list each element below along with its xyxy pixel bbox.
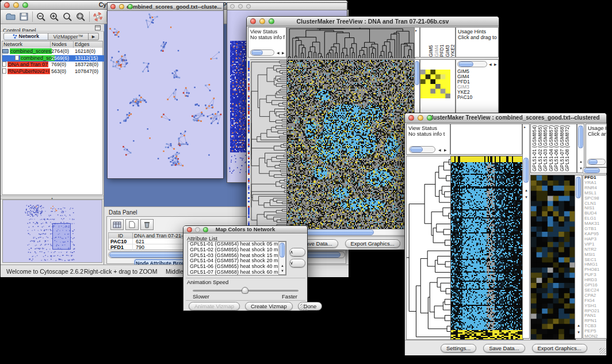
scroll-left-arrow[interactable]: ◀ (438, 148, 441, 152)
genelist-hscrollbar[interactable] (457, 61, 487, 67)
minimize-button[interactable] (195, 227, 200, 232)
close-button[interactable] (110, 4, 116, 9)
new-attribute-button[interactable] (125, 219, 139, 230)
zoom-button[interactable] (246, 4, 251, 9)
scroll-right-arrow[interactable]: ▶ (282, 51, 285, 55)
heatmap-canvas[interactable] (286, 59, 415, 229)
scroll-strip[interactable]: ▸ (414, 27, 420, 58)
zoom-heatmap-canvas[interactable] (420, 70, 450, 98)
minimize-button[interactable] (418, 115, 423, 121)
scroll-left-arrow[interactable]: ◀ (489, 63, 492, 67)
dialog-title-bar[interactable]: Map Colors to Network (183, 226, 307, 233)
minimize-button[interactable] (13, 2, 19, 8)
select-attributes-button[interactable] (110, 219, 124, 230)
treeview2-button-bar: Settings...Save Data...Export Graphics..… (405, 340, 606, 355)
close-button[interactable] (230, 4, 235, 9)
slider-thumb[interactable] (242, 287, 248, 294)
global-heatmap-canvas[interactable] (450, 156, 523, 340)
dialog-button[interactable]: Create Vizmap (245, 302, 293, 311)
column-dendrogram-canvas[interactable] (286, 27, 415, 59)
tab-vizmapper[interactable]: VizMapper™ (48, 33, 89, 40)
control-panel: Network VizMapper™ ▶ Network Nodes Edges… (1, 32, 104, 265)
treeview1-title-bar[interactable]: ClusterMaker TreeView : DNA and Tran 07-… (247, 17, 499, 26)
treeview-button[interactable]: Export Graphics... (532, 344, 587, 352)
zoom-fit-button[interactable] (61, 11, 74, 23)
resize-grip[interactable] (599, 348, 606, 354)
scroll-down-arrow[interactable]: ▼ (281, 269, 284, 273)
move-up-button[interactable]: ∧ (289, 248, 305, 256)
birdseye-viewport-rect[interactable] (52, 223, 71, 250)
save-session-button[interactable] (17, 11, 30, 23)
network-row[interactable]: RNAPuberNov2+I 563(0) 107847(0) (2, 68, 105, 75)
status-hscrollbar[interactable] (250, 49, 274, 56)
treeview-button[interactable]: Settings... (441, 344, 476, 352)
row-dendrogram-canvas[interactable] (406, 156, 452, 340)
column-header-nodes[interactable]: Nodes (51, 41, 74, 48)
status-hscrollbar[interactable] (409, 146, 435, 153)
tab-overflow-button[interactable]: ▶ (89, 33, 99, 40)
delete-attribute-button[interactable] (140, 219, 154, 230)
network-graph-canvas[interactable] (108, 11, 223, 178)
birdseye-view[interactable] (2, 200, 102, 263)
close-button[interactable] (408, 115, 414, 121)
attribute-list-vscrollbar[interactable]: ▲ ▼ (278, 242, 286, 275)
zoom-button[interactable] (269, 18, 274, 24)
gene-item[interactable]: PAC10 (456, 95, 499, 100)
global-vscrollbar[interactable]: ▸ ▲ ▼ (522, 124, 530, 339)
close-button[interactable] (187, 227, 192, 232)
treeview-button[interactable]: Save Data... (483, 344, 525, 352)
gene-item[interactable]: MON2 (583, 334, 606, 339)
zoom-selected-button[interactable] (74, 11, 87, 23)
zoom-button[interactable] (128, 4, 133, 9)
zoom-in-button[interactable] (48, 11, 61, 23)
scroll-right-arrow[interactable]: ▶ (494, 63, 497, 67)
scroll-up-arrow[interactable]: ▲ (525, 189, 528, 193)
network-name: combined_sco (20, 55, 55, 61)
column-header-edges[interactable]: Edges (74, 41, 102, 48)
move-down-button[interactable]: ∨ (289, 259, 305, 267)
scroll-left-arrow[interactable]: ◀ (277, 51, 280, 55)
zoom-button[interactable] (22, 2, 28, 8)
column-header-network[interactable]: Network (2, 41, 51, 48)
scroll-up-arrow[interactable]: ▲ (579, 160, 583, 164)
scroll-down-arrow[interactable]: ▼ (577, 331, 580, 335)
close-button[interactable] (250, 18, 256, 24)
genelist-vscrollbar[interactable]: ▲ ▼ (575, 175, 582, 339)
network-view-title-bar[interactable]: combined_scores_good.txt--cluste... (108, 3, 223, 11)
close-button[interactable] (4, 2, 10, 8)
scroll-up-arrow[interactable]: ▲ (577, 324, 580, 328)
minimize-button[interactable] (119, 4, 124, 9)
column-header-id[interactable]: ID (109, 233, 133, 239)
network-row[interactable]: DNA and Tran 07 769(0) 183728(0) (2, 62, 105, 68)
inactive-title-bar[interactable] (227, 3, 347, 10)
network-view-window[interactable]: combined_scores_good.txt--cluste... (107, 2, 224, 179)
attribute-item[interactable]: GPL51-07 (GSM868) heat shock 60 min (188, 270, 286, 275)
status-welcome: Welcome to Cytoscape 2.6.2 (6, 268, 83, 275)
scroll-right-arrow[interactable]: ▶ (444, 148, 447, 152)
scroll-up-arrow[interactable]: ▲ (281, 264, 284, 268)
labels-vscrollbar[interactable]: ▲ ▼ (577, 124, 584, 173)
treeview-button[interactable]: Export Graphics... (345, 239, 400, 248)
zoom-heatmap-canvas[interactable] (530, 175, 576, 340)
minimize-button[interactable] (259, 18, 265, 24)
resize-grip[interactable] (300, 304, 307, 310)
open-session-button[interactable] (4, 11, 17, 23)
usage-hscrollbar[interactable] (587, 159, 606, 165)
network-row-selected[interactable]: combined_sco 2569(6) 13112(15) (2, 55, 105, 62)
attribute-listbox[interactable]: GPL51-01 (GSM854) heat shock 05 minGPL51… (188, 241, 286, 275)
row-dendrogram-canvas[interactable] (250, 59, 287, 229)
dialog-button[interactable]: Animate Vizmap (189, 302, 240, 311)
minimize-button[interactable] (238, 4, 243, 9)
panel-divider[interactable]: ▴ (1, 196, 104, 200)
scroll-down-arrow[interactable]: ▼ (525, 196, 528, 200)
genelist-hscrollbar[interactable] (583, 167, 607, 174)
float-panel-icon[interactable] (95, 25, 101, 30)
zoom-out-button[interactable] (35, 11, 48, 23)
tab-network[interactable]: Network (3, 33, 48, 40)
zoom-button[interactable] (203, 227, 208, 232)
network-row[interactable]: combined_scores 2764(0) 16218(0) (2, 48, 105, 55)
zoom-button[interactable] (427, 115, 433, 121)
file-icon (15, 55, 19, 60)
treeview2-title-bar[interactable]: ClusterMaker TreeView : combined_scores_… (405, 113, 606, 123)
help-lifesaver-icon[interactable] (91, 11, 105, 23)
